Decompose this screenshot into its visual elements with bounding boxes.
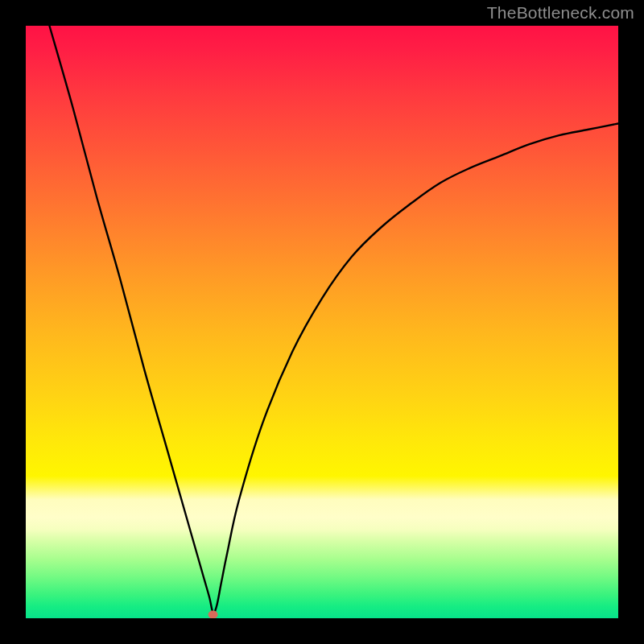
chart-frame: TheBottleneck.com bbox=[0, 0, 644, 644]
curve-svg bbox=[26, 26, 618, 618]
bottleneck-curve bbox=[49, 26, 618, 613]
watermark-text: TheBottleneck.com bbox=[487, 3, 634, 23]
min-marker-dot bbox=[208, 611, 218, 618]
plot-area bbox=[26, 26, 618, 618]
